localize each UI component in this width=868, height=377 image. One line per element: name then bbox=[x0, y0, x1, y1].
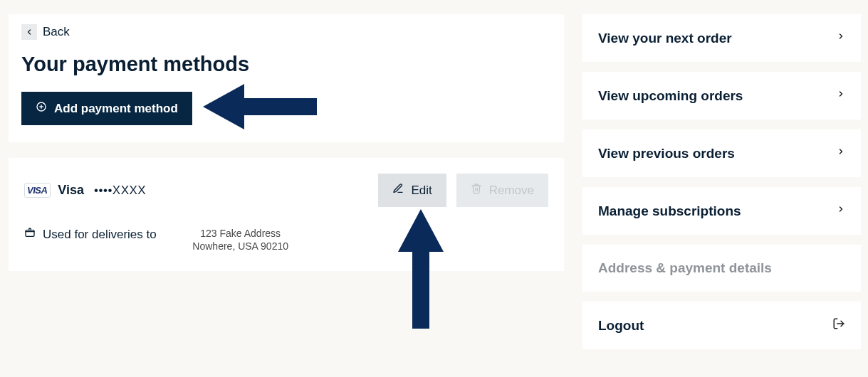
chevron-right-icon bbox=[837, 145, 845, 161]
sidebar-item-label: View upcoming orders bbox=[598, 88, 743, 104]
remove-button-label: Remove bbox=[489, 184, 534, 198]
sidebar-item-manage-subscriptions[interactable]: Manage subscriptions bbox=[582, 187, 861, 235]
add-payment-method-label: Add payment method bbox=[54, 102, 178, 116]
add-icon bbox=[36, 101, 47, 116]
visa-logo-icon: VISA bbox=[24, 183, 51, 198]
address-line-1: 123 Fake Address bbox=[184, 227, 298, 240]
page-title: Your payment methods bbox=[21, 53, 551, 76]
sidebar-item-label: Logout bbox=[598, 318, 644, 334]
address-line-2: Nowhere, USA 90210 bbox=[184, 240, 298, 253]
payment-method-card: VISA Visa ••••XXXX Edit bbox=[9, 158, 564, 271]
svg-rect-3 bbox=[26, 230, 34, 237]
sidebar-item-address-payment: Address & payment details bbox=[582, 245, 861, 292]
pencil-icon bbox=[392, 183, 404, 198]
remove-button: Remove bbox=[456, 174, 548, 207]
chevron-right-icon bbox=[837, 30, 845, 46]
chevron-left-icon bbox=[21, 24, 37, 40]
add-payment-method-button[interactable]: Add payment method bbox=[21, 92, 192, 125]
chevron-right-icon bbox=[837, 87, 845, 104]
delivery-address: 123 Fake Address Nowhere, USA 90210 bbox=[184, 227, 298, 253]
sidebar-item-previous-orders[interactable]: View previous orders bbox=[582, 129, 861, 177]
chevron-right-icon bbox=[837, 203, 845, 219]
sidebar-item-label: Manage subscriptions bbox=[598, 203, 741, 219]
edit-button-label: Edit bbox=[411, 184, 432, 198]
payment-methods-header-card: Back Your payment methods Add payment me… bbox=[9, 14, 564, 142]
edit-button[interactable]: Edit bbox=[378, 174, 446, 207]
sidebar-item-label: View previous orders bbox=[598, 146, 735, 161]
sidebar-item-logout[interactable]: Logout bbox=[582, 302, 861, 349]
card-brand: Visa bbox=[58, 183, 84, 198]
sidebar-item-upcoming-orders[interactable]: View upcoming orders bbox=[582, 72, 861, 120]
trash-icon bbox=[471, 182, 482, 198]
delivery-label: Used for deliveries to bbox=[43, 228, 157, 242]
card-masked-number: ••••XXXX bbox=[94, 184, 146, 198]
back-label: Back bbox=[43, 25, 70, 39]
sidebar-item-label: Address & payment details bbox=[598, 260, 772, 276]
sidebar-item-label: View your next order bbox=[598, 31, 732, 46]
package-icon bbox=[24, 227, 36, 242]
logout-icon bbox=[832, 317, 845, 334]
back-link[interactable]: Back bbox=[21, 24, 70, 40]
sidebar-item-next-order[interactable]: View your next order bbox=[582, 14, 861, 62]
